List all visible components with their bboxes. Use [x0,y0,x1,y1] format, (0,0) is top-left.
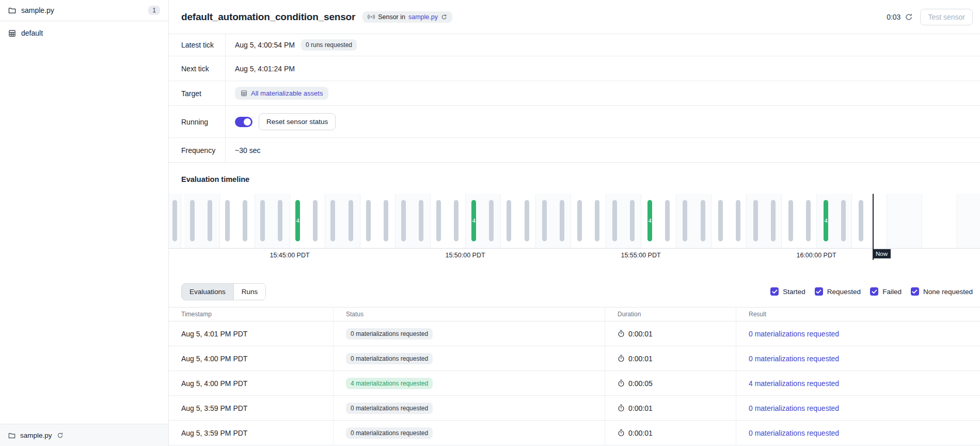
timeline-tick-bar[interactable] [683,200,687,241]
timeline-tick-bar[interactable] [542,200,547,241]
result-link[interactable]: 4 materializations requested [749,379,839,388]
test-sensor-button[interactable]: Test sensor [920,9,973,25]
sensor-details-page: sample.py 1 default sample.py [0,0,980,446]
filter-started[interactable]: Started [770,287,805,296]
tab-evaluations[interactable]: Evaluations [182,284,233,300]
timeline-tick-bar[interactable] [172,200,177,241]
timeline-tick-bar[interactable] [454,200,459,241]
result-link[interactable]: 0 materializations requested [749,330,839,338]
timeline-tick-bar[interactable] [595,200,599,241]
running-row: Running Reset sensor status [169,106,980,138]
sensor-origin-text: Sensor in [378,13,405,21]
timeline-tick-bar[interactable] [313,200,318,241]
evaluation-status: 0 materializations requested [334,396,605,420]
reset-sensor-status-button[interactable]: Reset sensor status [259,113,336,130]
evaluation-duration: 0:00:01 [605,321,736,346]
timeline-tick-bar[interactable] [278,200,282,241]
timeline-tick-bar[interactable] [366,200,371,241]
filter-label: Started [783,288,805,296]
timeline-tick-bar[interactable] [525,200,529,241]
tab-runs[interactable]: Runs [233,284,266,300]
timeline-tick-bar[interactable] [225,200,230,241]
timeline-tick-bar-requested[interactable]: 4 [471,200,476,241]
checkbox-icon[interactable] [870,287,878,296]
evaluation-status: 0 materializations requested [334,321,605,346]
reload-icon[interactable] [441,14,447,20]
timeline-tick-bar-requested[interactable]: 4 [295,200,300,241]
result-link[interactable]: 0 materializations requested [749,404,839,412]
stopwatch-icon [618,404,625,412]
duration-value: 0:00:05 [628,379,653,388]
timeline-tick-bar[interactable] [384,200,388,241]
timeline-tick-bar[interactable] [859,200,863,241]
timeline-tick-bar[interactable] [419,200,423,241]
sensor-origin-file-link[interactable]: sample.py [408,13,438,21]
evaluation-result: 4 materializations requested [736,371,980,395]
timeline-tick-bar[interactable] [665,200,670,241]
main-content: default_automation_condition_sensor Sens… [169,0,980,446]
sidebar-item-default-group[interactable]: default [0,22,168,44]
checkbox-icon[interactable] [815,287,823,296]
timeline-tick-bar[interactable] [436,200,441,241]
timeline-tick-bar[interactable] [718,200,723,241]
timeline-tick-bar[interactable] [788,200,793,241]
timeline-tick-bar-requested[interactable]: 4 [824,200,828,241]
running-toggle[interactable] [235,117,252,127]
folder-icon [8,432,15,439]
sidebar-item-label: sample.py [21,6,54,14]
view-tabs: Evaluations Runs [181,283,266,300]
refresh-icon[interactable] [905,13,913,21]
reload-icon[interactable] [57,432,64,439]
timeline-tick-bar[interactable] [330,200,335,241]
table-body: Aug 5, 4:01 PM PDT0 materializations req… [169,321,980,445]
timeline-tick-bar[interactable] [577,200,582,241]
column-header-duration: Duration [605,307,736,321]
asset-group-icon [241,90,247,97]
status-badge: 0 materializations requested [346,353,433,364]
timeline-tick-bar[interactable] [753,200,758,241]
filter-none-requested[interactable]: None requested [911,287,973,296]
evaluation-status: 4 materializations requested [334,371,605,395]
timeline-tick-bar[interactable] [806,200,811,241]
timeline-tick-bar[interactable] [260,200,265,241]
timeline-tick-bar[interactable] [489,200,494,241]
status-badge: 0 materializations requested [346,427,433,439]
stopwatch-icon [618,330,625,337]
sensor-icon [368,14,375,20]
timeline-tick-bar[interactable] [612,200,617,241]
checkbox-icon[interactable] [770,287,779,296]
result-link[interactable]: 0 materializations requested [749,355,839,363]
timeline-tick-bar[interactable] [771,200,776,241]
result-link[interactable]: 0 materializations requested [749,429,839,437]
duration-value: 0:00:01 [628,429,653,437]
timeline-tick-bar[interactable] [560,200,564,241]
filter-failed[interactable]: Failed [870,287,902,296]
filter-label: None requested [923,288,973,296]
evaluation-duration: 0:00:01 [605,396,736,420]
timeline-tick-bar[interactable] [349,200,353,241]
checkbox-icon[interactable] [911,287,919,296]
timeline-tick-bar[interactable] [190,200,195,241]
latest-tick-value: Aug 5, 4:00:54 PM [235,41,295,49]
target-assets-link[interactable]: All materializable assets [251,89,323,97]
filter-requested[interactable]: Requested [815,287,861,296]
timeline-tick-bar[interactable] [630,200,635,241]
sidebar-footer-code-location[interactable]: sample.py [0,424,168,446]
evaluation-timeline-title: Evaluation timeline [181,175,980,184]
timeline-tick-bar[interactable] [701,200,705,241]
timeline-axis-tick-label: 15:50:00 PDT [445,252,485,259]
target-assets-tag[interactable]: All materializable assets [235,87,328,100]
timeline-tick-bar-requested[interactable]: 4 [647,200,652,241]
timeline-tick-bar[interactable] [736,200,740,241]
timeline-tick-bar[interactable] [243,200,247,241]
timeline-axis-tick-label: 15:45:00 PDT [270,252,309,259]
timeline-tick-bar[interactable] [841,200,846,241]
evaluation-result: 0 materializations requested [736,346,980,371]
sidebar-item-sample-py[interactable]: sample.py 1 [0,0,168,21]
timeline-tick-bar[interactable] [208,200,212,241]
duration-value: 0:00:01 [628,330,653,338]
timeline-tick-bar[interactable] [401,200,406,241]
evaluation-timeline-chart[interactable]: 4444 15:45:00 PDT15:50:00 PDT15:55:00 PD… [169,194,980,262]
timeline-tick-bar[interactable] [507,200,511,241]
list-controls: Evaluations Runs StartedRequestedFailedN… [169,283,980,300]
